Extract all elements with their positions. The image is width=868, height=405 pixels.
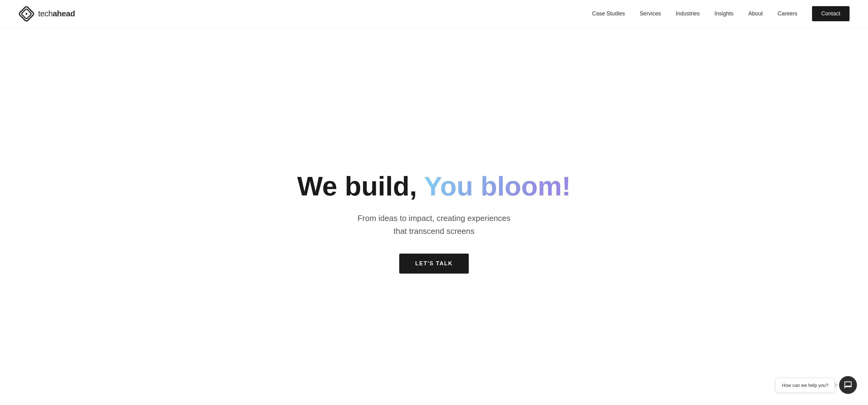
nav-insights[interactable]: Insights: [714, 10, 734, 17]
main-nav: Case Studies Services Industries Insight…: [592, 6, 849, 21]
nav-careers[interactable]: Careers: [778, 10, 797, 17]
nav-industries[interactable]: Industries: [676, 10, 700, 17]
hero-title: We build, You bloom!: [297, 171, 571, 201]
svg-point-2: [26, 13, 27, 15]
nav-about[interactable]: About: [748, 10, 763, 17]
chat-icon: [844, 381, 852, 389]
hero-subtitle: From ideas to impact, creating experienc…: [358, 212, 510, 238]
contact-button[interactable]: Contact: [812, 6, 849, 21]
lets-talk-button[interactable]: LET'S TALK: [399, 254, 469, 273]
nav-case-studies[interactable]: Case Studies: [592, 10, 625, 17]
hero-section: We build, You bloom! From ideas to impac…: [0, 28, 868, 405]
chat-widget: How can we help you?: [775, 376, 857, 394]
site-header: techahead Case Studies Services Industri…: [0, 0, 868, 28]
chat-bubble: How can we help you?: [775, 378, 835, 393]
chat-open-button[interactable]: [839, 376, 857, 394]
logo-text: techahead: [38, 9, 75, 19]
logo-icon: [19, 6, 34, 22]
nav-services[interactable]: Services: [640, 10, 661, 17]
hero-title-gradient: You bloom!: [424, 171, 570, 201]
logo[interactable]: techahead: [19, 6, 75, 22]
chat-bubble-text: How can we help you?: [782, 382, 828, 388]
